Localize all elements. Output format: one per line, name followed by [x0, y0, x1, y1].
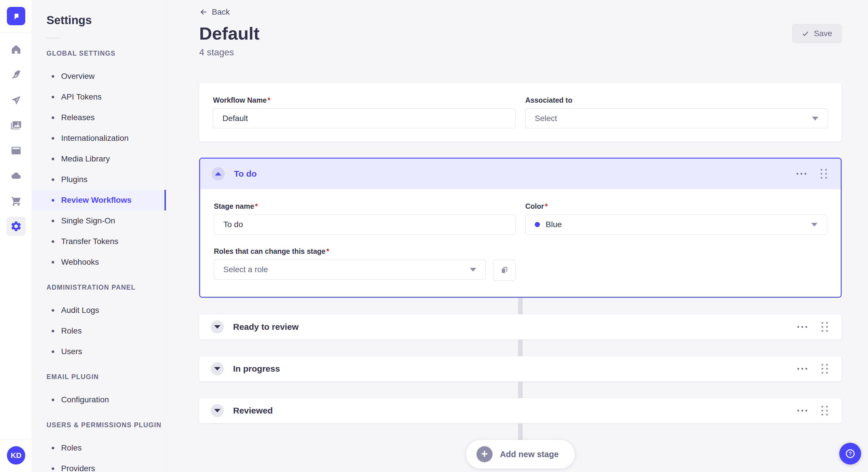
- section-administration-panel: ADMINISTRATION PANEL: [32, 284, 166, 291]
- sidebar-item-plugins[interactable]: Plugins: [32, 169, 166, 190]
- sidebar-item-media-library[interactable]: Media Library: [32, 148, 166, 169]
- bullet-icon: [52, 309, 54, 312]
- workflow-name-input[interactable]: [213, 108, 516, 129]
- paper-plane-icon[interactable]: [0, 88, 32, 113]
- sidebar-item-api-tokens[interactable]: API Tokens: [32, 87, 166, 107]
- expand-stage-button[interactable]: [211, 404, 224, 417]
- sidebar-item-review-workflows[interactable]: Review Workflows: [32, 190, 166, 210]
- sidebar-item-single-sign-on[interactable]: Single Sign-On: [32, 210, 166, 231]
- stage-menu-button[interactable]: [795, 324, 809, 330]
- sidebar-item-up-roles[interactable]: Roles: [32, 438, 166, 458]
- sidebar-item-webhooks[interactable]: Webhooks: [32, 252, 166, 272]
- plus-icon: +: [476, 446, 493, 462]
- stage-menu-button[interactable]: [794, 171, 809, 177]
- bullet-icon: [52, 178, 54, 181]
- drag-handle-icon[interactable]: [819, 403, 830, 418]
- stage-card-in-progress[interactable]: In progress: [199, 356, 842, 381]
- sidebar-item-label: Roles: [61, 443, 82, 452]
- strapi-logo[interactable]: [7, 7, 25, 25]
- sidebar-item-label: Providers: [61, 464, 95, 472]
- chevron-down-icon: [214, 325, 220, 329]
- home-icon[interactable]: [0, 37, 32, 62]
- section-users-permissions-plugin: USERS & PERMISSIONS PLUGIN: [32, 422, 166, 429]
- sidebar-item-up-providers[interactable]: Providers: [32, 458, 166, 472]
- drag-handle-icon[interactable]: [818, 167, 829, 181]
- duplicate-stage-button[interactable]: [493, 260, 516, 281]
- bullet-icon: [52, 199, 54, 202]
- bullet-icon: [52, 467, 54, 470]
- sidebar-item-label: Webhooks: [61, 258, 99, 267]
- sidebar-item-transfer-tokens[interactable]: Transfer Tokens: [32, 231, 166, 252]
- sidebar-item-admin-users[interactable]: Users: [32, 341, 166, 362]
- chevron-down-icon: [470, 268, 476, 272]
- sidebar-item-releases[interactable]: Releases: [32, 107, 166, 128]
- main-content: Back Default 4 stages Save Workflow Name…: [166, 0, 868, 472]
- save-button[interactable]: Save: [792, 24, 842, 43]
- stage-card-reviewed[interactable]: Reviewed: [199, 398, 842, 423]
- color-value: Blue: [546, 220, 562, 229]
- add-new-stage-button[interactable]: + Add new stage: [466, 440, 575, 469]
- required-asterisk: *: [545, 202, 548, 210]
- rail-icon-list: [0, 32, 32, 239]
- roles-label: Roles that can change this stage*: [214, 247, 516, 256]
- images-icon[interactable]: [0, 113, 32, 138]
- layout-icon[interactable]: [0, 138, 32, 163]
- settings-subnav: Settings GLOBAL SETTINGS Overview API To…: [32, 0, 166, 472]
- bullet-icon: [52, 447, 54, 449]
- drag-handle-icon[interactable]: [819, 320, 830, 334]
- associated-to-field: Associated to Select: [525, 96, 828, 129]
- strapi-logo-glyph: [11, 11, 21, 21]
- required-asterisk: *: [327, 247, 329, 255]
- workflow-name-field: Workflow Name*: [213, 96, 516, 129]
- section-email-plugin: EMAIL PLUGIN: [32, 373, 166, 380]
- bullet-icon: [52, 75, 54, 78]
- page-header: Default 4 stages Save: [199, 24, 842, 58]
- sidebar-item-label: Users: [61, 347, 82, 356]
- arrow-left-icon: [199, 8, 208, 16]
- bullet-icon: [52, 96, 54, 98]
- cart-icon[interactable]: [0, 189, 32, 214]
- chevron-down-icon: [811, 223, 817, 227]
- associated-to-label: Associated to: [525, 96, 828, 104]
- sidebar-item-label: Transfer Tokens: [61, 237, 118, 246]
- stage-menu-button[interactable]: [795, 366, 809, 372]
- chevron-down-icon: [214, 409, 220, 412]
- required-asterisk: *: [268, 96, 270, 104]
- expand-stage-button[interactable]: [211, 320, 224, 334]
- sidebar-item-admin-roles[interactable]: Roles: [32, 321, 166, 341]
- stage-menu-button[interactable]: [795, 407, 809, 414]
- cloud-icon[interactable]: [0, 163, 32, 189]
- help-button[interactable]: ?: [839, 443, 861, 465]
- sidebar-item-audit-logs[interactable]: Audit Logs: [32, 300, 166, 321]
- stage-name-input[interactable]: [214, 214, 516, 235]
- stage-title: Ready to review: [233, 322, 299, 332]
- stage-card-ready-to-review[interactable]: Ready to review: [199, 314, 842, 339]
- back-link[interactable]: Back: [199, 7, 229, 16]
- drag-handle-icon[interactable]: [819, 362, 830, 376]
- gear-icon[interactable]: [0, 214, 32, 239]
- stage-header-to-do[interactable]: To do: [200, 159, 841, 189]
- feather-icon[interactable]: [0, 62, 32, 88]
- user-avatar[interactable]: KD: [7, 446, 25, 465]
- sidebar-item-label: Review Workflows: [61, 196, 131, 205]
- bullet-icon: [52, 137, 54, 140]
- expand-stage-button[interactable]: [211, 362, 224, 375]
- color-select[interactable]: Blue: [525, 214, 827, 235]
- settings-panel-title: Settings: [32, 13, 166, 27]
- chevron-up-icon: [215, 172, 221, 175]
- stage-count: 4 stages: [199, 47, 842, 58]
- sidebar-item-internationalization[interactable]: Internationalization: [32, 128, 166, 148]
- associated-to-select[interactable]: Select: [525, 108, 828, 129]
- question-mark-icon: ?: [844, 448, 856, 460]
- stage-card-to-do: To do Stage name* Color*: [199, 158, 842, 298]
- roles-select[interactable]: Select a role: [214, 260, 486, 279]
- bullet-icon: [52, 220, 54, 222]
- sidebar-item-overview[interactable]: Overview: [32, 66, 166, 87]
- section-global-settings: GLOBAL SETTINGS: [32, 50, 166, 57]
- bullet-icon: [52, 330, 54, 332]
- chevron-down-icon: [812, 117, 818, 121]
- sidebar-item-label: Plugins: [61, 175, 88, 184]
- sidebar-item-email-configuration[interactable]: Configuration: [32, 390, 166, 410]
- collapse-stage-button[interactable]: [212, 167, 225, 180]
- sidebar-item-label: Audit Logs: [61, 306, 99, 315]
